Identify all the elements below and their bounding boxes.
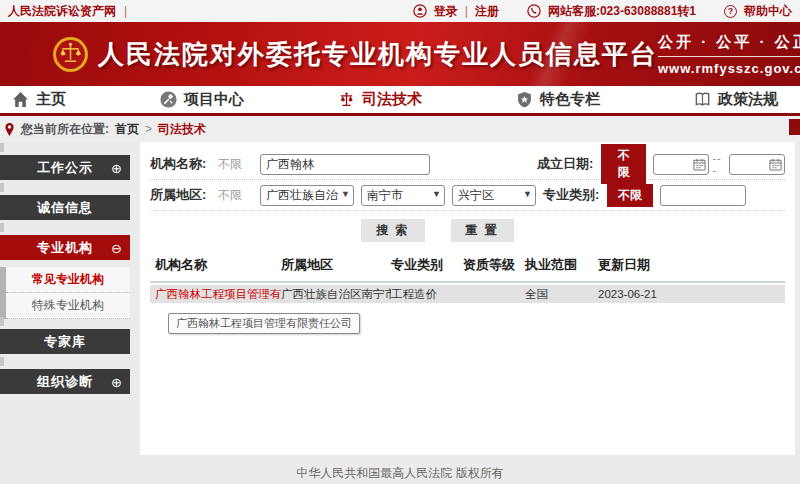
circle-minus-icon[interactable]: ⊖ (111, 241, 123, 254)
region-unlimited[interactable]: 不限 (218, 187, 260, 204)
nav-item-policy[interactable]: 政策法规 (694, 90, 778, 109)
sidebar-item-professional-orgs[interactable]: 专业机构 ⊖ (0, 235, 130, 260)
col-header-org-name: 机构名称 (150, 256, 281, 274)
form-row-org-name: 机构名称: 不限 成立日期: 不限 --- (150, 149, 785, 180)
breadcrumb: 您当前所在位置: 首页 > 司法技术 (0, 116, 800, 142)
nav-item-featured-column[interactable]: 特色专栏 (516, 90, 600, 109)
sidebar-subitem-special-orgs[interactable]: 特殊专业机构 (6, 293, 130, 319)
region-label: 所属地区: (150, 186, 218, 204)
site-title: 人民法院对外委托专业机构专业人员信息平台 (98, 37, 658, 72)
sidebar-item-work-publicity[interactable]: 工作公示 ⊕ (0, 155, 130, 180)
breadcrumb-current[interactable]: 司法技术 (158, 121, 206, 138)
sidebar-item-org-diagnosis[interactable]: 组织诊断 ⊕ (0, 369, 130, 394)
project-center-icon (160, 91, 177, 108)
category-label: 专业类别: (543, 186, 607, 204)
main-area: 工作公示 ⊕ 诚信信息 专业机构 ⊖ 常见专业机构 特殊专业机构 专家库 组织诊… (0, 142, 800, 455)
breadcrumb-home-link[interactable]: 首页 (115, 121, 139, 138)
nav-item-project-center[interactable]: 项目中心 (160, 90, 244, 109)
row-category: 工程造价 (391, 287, 463, 302)
org-name-tooltip: 广西翰林工程项目管理有限责任公司 (168, 313, 360, 334)
nav-item-home[interactable]: 主页 (12, 90, 66, 109)
breadcrumb-prefix: 您当前所在位置: (21, 121, 109, 138)
circle-plus-icon[interactable]: ⊕ (111, 161, 123, 174)
search-button[interactable]: 搜 索 (361, 219, 424, 242)
province-select[interactable]: 广西壮族自治 (260, 185, 354, 206)
category-unlimited-button[interactable]: 不限 (607, 184, 653, 207)
table-header: 机构名称 所属地区 专业类别 资质等级 执业范围 更新日期 (150, 248, 785, 283)
founded-date-label: 成立日期: (537, 155, 601, 173)
date-range-separator: --- (712, 152, 726, 176)
org-name-unlimited[interactable]: 不限 (218, 156, 260, 173)
table-row: 广西翰林工程项目管理有限责任... 广西壮族自治区南宁市兴宁区 工程造价 全国 … (150, 285, 785, 303)
site-home-link[interactable]: 人民法院诉讼资产网 (8, 3, 116, 20)
col-header-grade: 资质等级 (463, 256, 525, 274)
founded-unlimited-button[interactable]: 不限 (601, 144, 646, 184)
breadcrumb-separator: > (145, 122, 152, 136)
register-link[interactable]: 注册 (475, 3, 499, 20)
footer-copyright: 中华人民共和国最高人民法院 版权所有 (0, 455, 800, 482)
policy-book-icon (694, 91, 711, 108)
topbar-divider: | (124, 4, 127, 18)
court-emblem-icon (52, 36, 89, 73)
district-select[interactable]: 兴宁区 (452, 185, 536, 206)
user-icon (413, 4, 427, 18)
login-register-divider: | (465, 4, 468, 18)
circle-plus-icon[interactable]: ⊕ (111, 375, 123, 388)
row-region: 广西壮族自治区南宁市兴宁区 (281, 287, 391, 302)
main-nav: 主页 项目中心 司法技术 特色专栏 政策法规 (0, 86, 800, 116)
sidebar-item-integrity-info[interactable]: 诚信信息 (0, 195, 130, 220)
col-header-category: 专业类别 (391, 256, 463, 274)
content-panel: 机构名称: 不限 成立日期: 不限 --- (140, 142, 795, 455)
featured-shield-icon (516, 91, 533, 108)
col-header-updated: 更新日期 (598, 256, 785, 274)
org-name-link[interactable]: 广西翰林工程项目管理有限责任... (155, 288, 281, 300)
sidebar-subitem-common-orgs[interactable]: 常见专业机构 (6, 267, 130, 293)
help-icon: ? (724, 5, 737, 18)
founded-date-start-input[interactable] (653, 154, 709, 175)
sidebar: 工作公示 ⊕ 诚信信息 专业机构 ⊖ 常见专业机构 特殊专业机构 专家库 组织诊… (0, 155, 130, 409)
login-link[interactable]: 登录 (434, 3, 458, 20)
founded-date-end-input[interactable] (729, 154, 785, 175)
site-slogan: 公开 · 公平 · 公正 (658, 33, 800, 57)
location-pin-icon (4, 122, 15, 137)
scrollbar-marker[interactable] (789, 119, 800, 135)
sidebar-submenu: 常见专业机构 特殊专业机构 (0, 267, 130, 319)
site-url: www.rmfysszc.gov.cn (658, 57, 800, 76)
col-header-region: 所属地区 (281, 256, 391, 274)
row-updated: 2023-06-21 (598, 288, 785, 300)
nav-item-judicial-tech[interactable]: 司法技术 (338, 90, 422, 109)
home-icon (12, 91, 29, 108)
justice-scales-icon (338, 91, 355, 108)
help-center-link[interactable]: 帮助中心 (744, 3, 792, 20)
org-name-input[interactable] (260, 154, 430, 175)
sidebar-item-expert-library[interactable]: 专家库 (0, 329, 130, 354)
form-row-region: 所属地区: 不限 广西壮族自治 ▼ 南宁市 ▼ 兴宁区 ▼ (150, 180, 785, 211)
city-select[interactable]: 南宁市 (361, 185, 445, 206)
phone-icon (527, 4, 541, 18)
customer-service-phone[interactable]: 网站客服:023-63088881转1 (548, 3, 696, 20)
col-header-scope: 执业范围 (525, 256, 598, 274)
category-input[interactable] (660, 185, 746, 206)
org-name-label: 机构名称: (150, 155, 218, 173)
form-actions: 搜 索 重 置 (150, 211, 785, 248)
row-scope: 全国 (525, 287, 598, 302)
top-utility-bar: 人民法院诉讼资产网 | 登录 | 注册 网站客服:023-63088881转1 … (0, 0, 800, 22)
reset-button[interactable]: 重 置 (451, 219, 514, 242)
site-banner: 人民法院对外委托专业机构专业人员信息平台 公开 · 公平 · 公正 www.rm… (0, 22, 800, 86)
